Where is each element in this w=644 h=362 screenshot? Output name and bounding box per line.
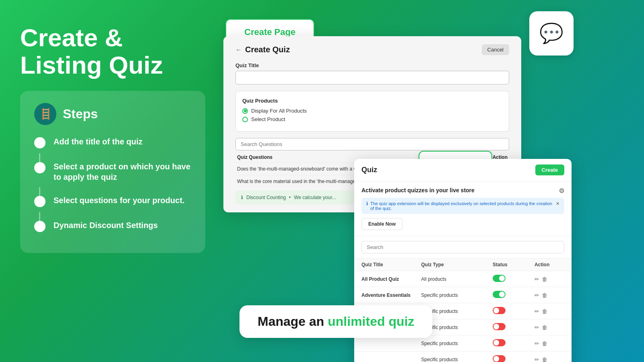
back-arrow-icon[interactable]: ← [235, 46, 242, 53]
cancel-button[interactable]: Cancel [482, 44, 509, 55]
status-badge[interactable] [493, 355, 535, 362]
panel-title: ← Create Quiz [235, 45, 290, 54]
delete-icon[interactable]: 🗑 [542, 308, 547, 315]
status-badge[interactable] [493, 291, 535, 299]
settings-icon[interactable]: ⚙ [559, 187, 564, 195]
table-row: Specific products ✏ 🗑 [354, 352, 572, 362]
status-badge[interactable] [493, 307, 535, 315]
step-text: Select a product on which you have to ap… [54, 161, 191, 182]
info-banner: ℹ The quiz app extension will be display… [361, 198, 564, 214]
edit-icon[interactable]: ✏ [535, 340, 539, 347]
list-item: Select questions for your product. [34, 195, 191, 207]
action-icons: ✏ 🗑 [535, 356, 564, 362]
quiz-title-label: Quiz Title [235, 62, 509, 68]
quiz-products-label: Quiz Products [242, 98, 502, 104]
edit-icon[interactable]: ✏ [535, 324, 539, 331]
edit-icon[interactable]: ✏ [535, 276, 539, 282]
quiz-title-cell: All Product Quiz [361, 276, 421, 282]
radio-circle-all [242, 108, 248, 114]
steps-list: Add the title of the quiz Select a produ… [34, 136, 191, 241]
delete-icon[interactable]: 🗑 [542, 292, 547, 298]
main-title: Create & Listing Quiz [20, 24, 205, 79]
radio-select-product[interactable]: Select Product [242, 116, 502, 122]
table-row: All Product Quiz All products ✏ 🗑 [354, 271, 572, 287]
step-text: Add the title of the quiz [54, 136, 142, 147]
action-icons: ✏ 🗑 [535, 276, 564, 282]
activate-title: Activate product quizzes in your live st… [361, 187, 564, 195]
table-row: Adventure Essentials Specific products ✏… [354, 287, 572, 303]
step-text: Select questions for your product. [54, 195, 185, 206]
panel-header: ← Create Quiz Cancel [235, 44, 509, 55]
list-item: Dynamic Discount Settings [34, 220, 191, 232]
listing-table-header: Quiz Title Quiz Type Status Action [354, 258, 572, 271]
quiz-type-cell: Specific products [421, 292, 493, 298]
step-dot [34, 137, 45, 148]
help-icon: 💬 [539, 22, 564, 45]
step-dot [34, 221, 45, 232]
status-badge[interactable] [493, 339, 535, 348]
quiz-type-cell: Specific products [421, 357, 493, 362]
list-item: Add the title of the quiz [34, 136, 191, 148]
steps-label: Steps [63, 107, 98, 121]
step-text: Dynamic Discount Settings [54, 220, 158, 230]
table-row: Specific products ✏ 🗑 [354, 335, 572, 352]
delete-icon[interactable]: 🗑 [542, 324, 547, 331]
delete-icon[interactable]: 🗑 [542, 276, 547, 282]
action-icons: ✏ 🗑 [535, 340, 564, 347]
left-section: Create & Listing Quiz 🪜 Steps Add the ti… [0, 0, 225, 362]
create-quiz-button[interactable]: Create [535, 165, 564, 175]
action-icons: ✏ 🗑 [535, 292, 564, 298]
close-banner-icon[interactable]: ✕ [556, 201, 559, 206]
action-icons: ✏ 🗑 [535, 324, 564, 331]
manage-banner: Manage an unlimited quiz [239, 305, 432, 338]
edit-icon[interactable]: ✏ [535, 308, 539, 315]
status-badge[interactable] [493, 275, 535, 283]
edit-icon[interactable]: ✏ [535, 292, 539, 298]
quiz-type-cell: Specific products [421, 341, 493, 346]
radio-all-products[interactable]: Display For All Products [242, 108, 502, 114]
action-icons: ✏ 🗑 [535, 308, 564, 315]
delete-icon[interactable]: 🗑 [542, 356, 547, 362]
quiz-title-cell: Adventure Essentials [361, 292, 421, 298]
listing-panel-title: Quiz [361, 166, 377, 174]
steps-card: 🪜 Steps Add the title of the quiz Select… [20, 91, 205, 253]
enable-now-button[interactable]: Enable Now [361, 218, 402, 230]
listing-panel-header: Quiz Create [354, 159, 572, 181]
quiz-title-input[interactable] [235, 71, 509, 84]
radio-circle-select [242, 117, 248, 122]
status-badge[interactable] [493, 323, 535, 331]
step-dot [34, 196, 45, 207]
search-questions-input[interactable] [235, 138, 509, 150]
quiz-products-section: Quiz Products Display For All Products S… [235, 91, 509, 132]
step-dot [34, 162, 45, 173]
delete-icon[interactable]: 🗑 [542, 340, 547, 347]
info-icon: ℹ [241, 195, 243, 200]
activate-section: Activate product quizzes in your live st… [354, 181, 572, 236]
help-card: 💬 [529, 11, 574, 56]
quiz-type-cell: All products [421, 276, 493, 282]
edit-icon[interactable]: ✏ [535, 356, 539, 362]
listing-search-input[interactable] [361, 241, 564, 253]
list-item: Select a product on which you have to ap… [34, 161, 191, 182]
info-icon: ℹ [366, 201, 368, 206]
steps-icon: 🪜 [34, 103, 56, 125]
